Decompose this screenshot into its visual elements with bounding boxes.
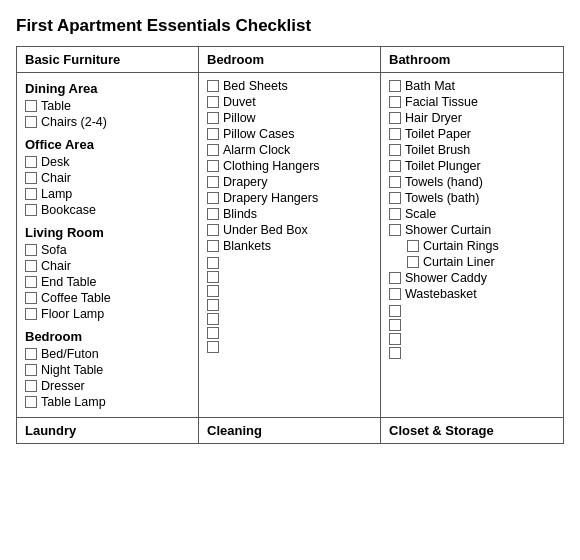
- checkbox[interactable]: [407, 240, 419, 252]
- checkbox[interactable]: [407, 256, 419, 268]
- checkbox[interactable]: [207, 208, 219, 220]
- checkbox[interactable]: [207, 341, 219, 353]
- col1-header: Basic Furniture: [17, 47, 199, 72]
- list-item: Chair: [25, 171, 190, 185]
- list-item: Bookcase: [25, 203, 190, 217]
- checkbox[interactable]: [207, 80, 219, 92]
- checkbox[interactable]: [207, 96, 219, 108]
- checkbox[interactable]: [389, 347, 401, 359]
- checkbox[interactable]: [207, 240, 219, 252]
- checkbox[interactable]: [207, 160, 219, 172]
- checkbox[interactable]: [25, 364, 37, 376]
- checkbox[interactable]: [25, 396, 37, 408]
- footer-row: Laundry Cleaning Closet & Storage: [17, 417, 563, 443]
- checkbox[interactable]: [207, 313, 219, 325]
- checkbox[interactable]: [207, 176, 219, 188]
- checkbox[interactable]: [25, 380, 37, 392]
- checkbox[interactable]: [389, 176, 401, 188]
- checkbox[interactable]: [25, 116, 37, 128]
- list-item: Drapery: [207, 175, 372, 189]
- list-item: Blankets: [207, 239, 372, 253]
- empty-check-item: [389, 333, 555, 345]
- empty-check-item: [207, 327, 372, 339]
- list-item: Wastebasket: [389, 287, 555, 301]
- checkbox[interactable]: [207, 257, 219, 269]
- checkbox[interactable]: [25, 260, 37, 272]
- list-item: Hair Dryer: [389, 111, 555, 125]
- list-item: Desk: [25, 155, 190, 169]
- checkbox[interactable]: [389, 160, 401, 172]
- checkbox[interactable]: [207, 271, 219, 283]
- checkbox[interactable]: [25, 188, 37, 200]
- list-item: Curtain Rings: [389, 239, 555, 253]
- list-item: Alarm Clock: [207, 143, 372, 157]
- checkbox[interactable]: [207, 112, 219, 124]
- list-item: Pillow: [207, 111, 372, 125]
- list-item: Coffee Table: [25, 291, 190, 305]
- checkbox[interactable]: [25, 292, 37, 304]
- list-item: Drapery Hangers: [207, 191, 372, 205]
- list-item: Floor Lamp: [25, 307, 190, 321]
- col3-body: Bath MatFacial TissueHair DryerToilet Pa…: [381, 73, 563, 417]
- checkbox[interactable]: [207, 144, 219, 156]
- section-title: Bedroom: [25, 329, 190, 344]
- col1-footer: Laundry: [17, 418, 199, 443]
- checkbox[interactable]: [389, 272, 401, 284]
- checkbox[interactable]: [389, 333, 401, 345]
- section-title: Living Room: [25, 225, 190, 240]
- list-item: Table: [25, 99, 190, 113]
- section-title: Dining Area: [25, 81, 190, 96]
- checkbox[interactable]: [389, 208, 401, 220]
- body-row: Dining AreaTableChairs (2-4)Office AreaD…: [17, 73, 563, 417]
- empty-check-item: [207, 341, 372, 353]
- checkbox[interactable]: [207, 285, 219, 297]
- checkbox[interactable]: [25, 348, 37, 360]
- checkbox[interactable]: [389, 288, 401, 300]
- checkbox[interactable]: [25, 156, 37, 168]
- checkbox[interactable]: [207, 327, 219, 339]
- list-item: Table Lamp: [25, 395, 190, 409]
- list-item: Pillow Cases: [207, 127, 372, 141]
- checkbox[interactable]: [207, 192, 219, 204]
- list-item: Scale: [389, 207, 555, 221]
- col2-body: Bed SheetsDuvetPillowPillow CasesAlarm C…: [199, 73, 381, 417]
- checkbox[interactable]: [389, 224, 401, 236]
- list-item: Toilet Plunger: [389, 159, 555, 173]
- checkbox[interactable]: [207, 299, 219, 311]
- checkbox[interactable]: [389, 112, 401, 124]
- list-item: Shower Curtain: [389, 223, 555, 237]
- list-item: Facial Tissue: [389, 95, 555, 109]
- list-item: Shower Caddy: [389, 271, 555, 285]
- list-item: Toilet Paper: [389, 127, 555, 141]
- empty-check-item: [207, 285, 372, 297]
- checkbox[interactable]: [25, 244, 37, 256]
- list-item: Bed Sheets: [207, 79, 372, 93]
- checkbox[interactable]: [389, 305, 401, 317]
- checkbox[interactable]: [25, 308, 37, 320]
- header-row: Basic Furniture Bedroom Bathroom: [17, 47, 563, 73]
- list-item: Sofa: [25, 243, 190, 257]
- col3-footer: Closet & Storage: [381, 418, 563, 443]
- list-item: Under Bed Box: [207, 223, 372, 237]
- list-item: End Table: [25, 275, 190, 289]
- checkbox[interactable]: [207, 224, 219, 236]
- list-item: Clothing Hangers: [207, 159, 372, 173]
- empty-check-item: [389, 305, 555, 317]
- list-item: Curtain Liner: [389, 255, 555, 269]
- list-item: Duvet: [207, 95, 372, 109]
- checkbox[interactable]: [389, 80, 401, 92]
- checkbox[interactable]: [389, 192, 401, 204]
- page-title: First Apartment Essentials Checklist: [16, 16, 564, 36]
- checkbox[interactable]: [25, 204, 37, 216]
- checkbox[interactable]: [25, 172, 37, 184]
- checkbox[interactable]: [389, 128, 401, 140]
- list-item: Dresser: [25, 379, 190, 393]
- list-item: Bed/Futon: [25, 347, 190, 361]
- checkbox[interactable]: [389, 319, 401, 331]
- checkbox[interactable]: [207, 128, 219, 140]
- checkbox[interactable]: [25, 100, 37, 112]
- checkbox[interactable]: [389, 144, 401, 156]
- list-item: Blinds: [207, 207, 372, 221]
- checkbox[interactable]: [389, 96, 401, 108]
- checkbox[interactable]: [25, 276, 37, 288]
